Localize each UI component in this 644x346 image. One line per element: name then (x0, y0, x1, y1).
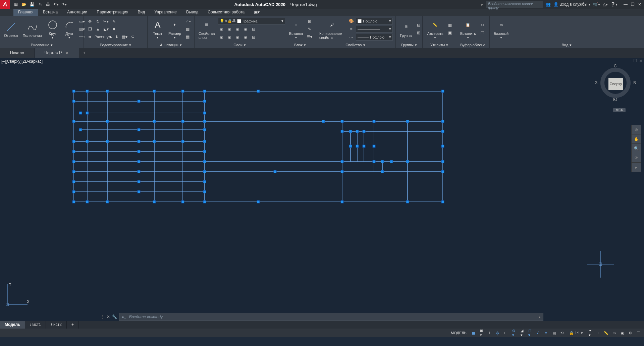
workspace-icon[interactable]: ✦ ▾ (587, 330, 593, 336)
panel-layers-title[interactable]: Слои ▾ (195, 42, 285, 48)
account-menu[interactable]: 👤 Вход в службы ▾ (553, 2, 590, 7)
scale-icon[interactable]: ⬍ (113, 34, 120, 40)
mirror-icon[interactable]: ▲ (95, 26, 101, 33)
cleanscreen-icon[interactable]: ☰ (635, 330, 641, 336)
osnap-toggle[interactable]: ◻ ▾ (527, 330, 533, 336)
annotation-monitor-icon[interactable]: + (595, 330, 601, 336)
layer-props-button[interactable]: ☰Свойства слоя (197, 19, 216, 40)
erase-icon[interactable]: ✎ (111, 18, 117, 25)
transparency-toggle[interactable]: ▤ (551, 330, 557, 336)
model-space-toggle[interactable]: МОДЕЛЬ (449, 330, 469, 336)
cmd-history-icon[interactable]: ▴ (538, 314, 540, 319)
start-tab[interactable]: Начало (0, 48, 35, 58)
layout2-tab[interactable]: Лист2 (46, 321, 67, 329)
dimension-button[interactable]: ✦Размер▼ (167, 19, 182, 39)
fillet-icon[interactable]: ◣▾ (103, 26, 109, 33)
panel-draw-title[interactable]: Рисование ▾ (0, 42, 84, 48)
drawing-viewport[interactable]: [–][Сверху][2D-каркас] — ❐ ✕ (0, 58, 644, 321)
linetype-dropdown[interactable]: ———ПоСлою▾ (356, 34, 393, 41)
command-input[interactable]: ▸_ Введите команду ▴ (119, 313, 543, 321)
grid-toggle[interactable]: ▦ (471, 330, 477, 336)
tab-manage[interactable]: Управление (150, 9, 181, 16)
minimize-button[interactable]: — (624, 2, 628, 7)
zoom-icon[interactable]: 🔍 (632, 144, 641, 153)
showmotion-icon[interactable]: ▸ (632, 163, 641, 172)
quickprops-icon[interactable]: ▭ (611, 330, 617, 336)
app-logo[interactable]: A (0, 0, 10, 9)
add-layout-button[interactable]: + (67, 321, 79, 329)
circle-button[interactable]: Круг▼ (45, 19, 60, 39)
wcs-badge[interactable]: МСК (613, 108, 626, 112)
close-tab-icon[interactable]: ✕ (65, 51, 69, 55)
viewcube[interactable]: Сверху С Ю З В (597, 64, 634, 101)
hardware-accel-icon[interactable]: ⚙ (627, 330, 633, 336)
layer-match-icon[interactable]: ⊟ (250, 26, 257, 33)
drawing-canvas[interactable] (0, 58, 644, 321)
save-icon[interactable]: 💾 (29, 1, 35, 7)
offset-icon[interactable]: ⊆ (129, 34, 136, 40)
panel-block-title[interactable]: Блок ▾ (285, 42, 315, 48)
leader-icon[interactable]: ⟋▾ (184, 18, 191, 25)
exchange-icon[interactable]: 🛒▾ (593, 2, 600, 7)
panel-groups-title[interactable]: Группы ▾ (396, 42, 422, 48)
edit-attr-icon[interactable]: ☰▾ (306, 34, 313, 40)
annoscale-toggle[interactable]: 🔒 1:1 ▾ (567, 330, 585, 336)
infer-toggle[interactable]: ⊥ (487, 330, 493, 336)
match-props-button[interactable]: 🖌Копирование свойств (318, 19, 346, 40)
line-button[interactable]: Отрезок (3, 21, 19, 38)
tab-featured[interactable]: ▣▾ (249, 9, 264, 16)
edit-block-icon[interactable]: ✎ (306, 26, 313, 33)
explode-icon[interactable]: ✸ (111, 26, 117, 33)
pan-icon[interactable]: ✋ (632, 134, 641, 144)
lineweight-icon[interactable]: ≡ (348, 26, 355, 33)
panel-modify-title[interactable]: Редактирование ▾ (84, 42, 147, 48)
cmd-customize-icon[interactable]: 🔧 (112, 314, 117, 319)
search-input[interactable]: Введите ключевое слово/фразу (486, 1, 543, 8)
create-block-icon[interactable]: ⊞ (306, 18, 313, 25)
infocenter-icon[interactable]: 👥 (546, 2, 551, 7)
navigation-bar[interactable]: ⊕ ✋ 🔍 ⟳ ▸ (631, 125, 641, 172)
maximize-button[interactable]: ❐ (631, 2, 635, 7)
undo-icon[interactable]: ↶▾ (53, 1, 59, 7)
plot-icon[interactable]: 🖶 (45, 1, 51, 7)
rotate-icon[interactable]: ↻ (95, 18, 101, 25)
saveas-icon[interactable]: ⎙ (37, 1, 43, 7)
panel-annot-title[interactable]: Аннотации ▾ (148, 42, 194, 48)
color-wheel-icon[interactable]: 🎨 (348, 18, 355, 24)
otrack-toggle[interactable]: ∠ (535, 330, 541, 336)
group-button[interactable]: ⊞Группа (398, 21, 413, 38)
ucs-icon[interactable]: X Y (4, 281, 31, 308)
viewcube-top-face[interactable]: Сверху (608, 78, 623, 90)
close-button[interactable]: ✕ (638, 2, 641, 7)
model-tab[interactable]: Модель (0, 321, 25, 329)
panel-utils-title[interactable]: Утилиты ▾ (423, 42, 456, 48)
open-icon[interactable]: 📂 (21, 1, 27, 7)
cloud-icon[interactable]: ▦ (184, 34, 191, 40)
insert-block-button[interactable]: ▫Вставка▼ (288, 19, 304, 39)
tab-home[interactable]: Главная (13, 9, 38, 16)
cmd-close-icon[interactable]: ✕ (107, 314, 110, 319)
help-icon[interactable]: ❔▾ (610, 2, 618, 7)
iso-toggle[interactable]: ◢ ▾ (519, 330, 525, 336)
isolate-icon[interactable]: ▣ (619, 330, 625, 336)
a360-icon[interactable]: ◬▾ (603, 2, 608, 7)
tab-insert[interactable]: Вставка (38, 9, 63, 16)
layer-dropdown[interactable]: 💡❄🔒🖶Графика▾ (218, 18, 285, 24)
lineweight-toggle[interactable]: ≡ (543, 330, 549, 336)
drawing-tab[interactable]: Чертеж1*✕ (35, 48, 79, 58)
tab-output[interactable]: Вывод (181, 9, 203, 16)
array-icon[interactable]: ▦▾ (121, 34, 128, 40)
snap-toggle[interactable]: ⊞ ▾ (479, 330, 485, 336)
arc-button[interactable]: Дуга▼ (62, 19, 77, 39)
table-icon[interactable]: ▦ (184, 26, 191, 33)
base-view-button[interactable]: ▭Базовый▼ (492, 19, 510, 39)
tab-collab[interactable]: Совместная работа (203, 9, 249, 16)
redo-icon[interactable]: ↷▾ (61, 1, 67, 7)
add-tab-button[interactable]: + (79, 48, 89, 58)
tab-annotate[interactable]: Аннотации (62, 9, 92, 16)
trim-icon[interactable]: ✂▾ (103, 18, 109, 25)
tab-view[interactable]: Вид (133, 9, 150, 16)
fullnav-icon[interactable]: ⊕ (632, 125, 641, 134)
cmd-handle-icon[interactable]: ⋮ (101, 314, 105, 319)
panel-props-title[interactable]: Свойства ▾ (315, 42, 395, 48)
